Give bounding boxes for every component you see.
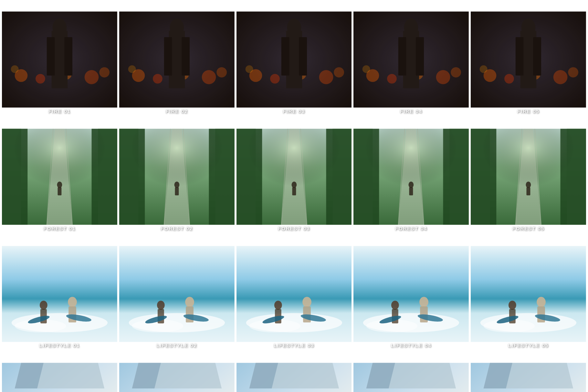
preset-cell-fire-02[interactable]: FIRE 02 [119, 2, 235, 117]
preset-label-lifestyle-05: LIFESTYLE 05 [471, 343, 586, 348]
preset-label-forest-02: FOREST 02 [119, 226, 235, 231]
svg-point-130 [185, 297, 194, 307]
svg-rect-59 [471, 12, 586, 108]
preset-cell-travel-02[interactable]: TRAVEL 02 [119, 353, 235, 392]
svg-point-136 [274, 301, 282, 310]
svg-point-157 [537, 297, 546, 307]
svg-rect-47 [353, 12, 469, 108]
svg-point-127 [157, 301, 165, 310]
svg-point-154 [509, 301, 516, 310]
preset-label-fire-05: FIRE 05 [471, 108, 586, 114]
svg-rect-35 [236, 12, 352, 108]
preset-label-forest-01: FOREST 01 [2, 226, 117, 231]
svg-point-148 [420, 297, 429, 307]
preset-label-lifestyle-02: LIFESTYLE 02 [119, 343, 235, 348]
svg-rect-81 [119, 129, 235, 225]
preset-label-lifestyle-03: LIFESTYLE 03 [236, 343, 352, 348]
svg-rect-92 [236, 129, 352, 225]
preset-cell-fire-05[interactable]: FIRE 05 [471, 2, 586, 117]
preset-label-fire-03: FIRE 03 [236, 108, 352, 114]
preset-cell-forest-03[interactable]: FOREST 03 [236, 119, 352, 234]
preset-cell-lifestyle-05[interactable]: LIFESTYLE 05 [471, 236, 586, 352]
preset-cell-fire-04[interactable]: FIRE 04 [353, 2, 469, 117]
svg-point-121 [68, 297, 77, 307]
preset-label-lifestyle-01: LIFESTYLE 01 [2, 343, 117, 348]
svg-rect-114 [471, 129, 586, 225]
preset-label-lifestyle-04: LIFESTYLE 04 [353, 343, 469, 348]
preset-label-fire-04: FIRE 04 [353, 108, 469, 114]
preset-cell-lifestyle-04[interactable]: LIFESTYLE 04 [353, 236, 469, 352]
svg-point-118 [40, 301, 47, 310]
preset-cell-travel-05[interactable]: TRAVEL 05 [471, 353, 586, 392]
preset-cell-lifestyle-01[interactable]: LIFESTYLE 01 [2, 236, 117, 352]
preset-label-forest-03: FOREST 03 [236, 226, 352, 231]
preset-grid: FIRE 01 [0, 0, 588, 392]
preset-cell-travel-01[interactable]: TRAVEL 01 [2, 353, 117, 392]
svg-rect-23 [119, 12, 235, 108]
preset-cell-travel-03[interactable]: TRAVEL 03 [236, 353, 352, 392]
preset-cell-forest-05[interactable]: FOREST 05 [471, 119, 586, 234]
preset-label-fire-01: FIRE 01 [2, 108, 117, 114]
preset-cell-forest-01[interactable]: FOREST 01 [2, 119, 117, 234]
preset-cell-travel-04[interactable]: TRAVEL 04 [353, 353, 469, 392]
svg-rect-103 [353, 129, 469, 225]
svg-rect-70 [2, 129, 117, 225]
preset-label-fire-02: FIRE 02 [119, 108, 235, 114]
preset-cell-forest-04[interactable]: FOREST 04 [353, 119, 469, 234]
svg-point-139 [302, 297, 311, 307]
preset-cell-fire-03[interactable]: FIRE 03 [236, 2, 352, 117]
preset-cell-fire-01[interactable]: FIRE 01 [2, 2, 117, 117]
preset-cell-lifestyle-03[interactable]: LIFESTYLE 03 [236, 236, 352, 352]
preset-cell-forest-02[interactable]: FOREST 02 [119, 119, 235, 234]
preset-label-forest-04: FOREST 04 [353, 226, 469, 231]
preset-cell-lifestyle-02[interactable]: LIFESTYLE 02 [119, 236, 235, 352]
svg-point-145 [391, 301, 399, 310]
preset-label-forest-05: FOREST 05 [471, 226, 586, 231]
svg-rect-11 [2, 12, 117, 108]
